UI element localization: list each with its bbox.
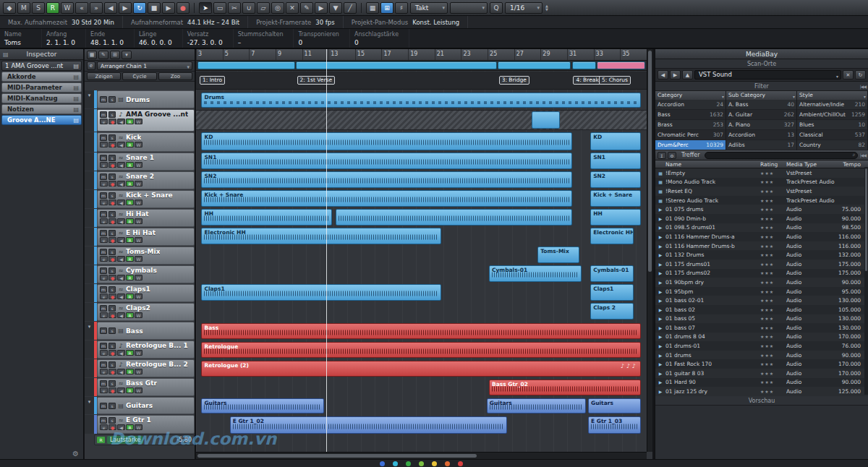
audio-clip[interactable]: Claps1 (201, 284, 441, 301)
track-list-toolbar-icon[interactable]: ✎ (98, 51, 109, 59)
toolbar-button[interactable]: ● (176, 2, 190, 14)
result-row[interactable]: ▦ !Empty ★★★ VstPreset (655, 168, 868, 178)
audio-clip[interactable]: Bass (201, 323, 640, 339)
track-write-button[interactable]: W (135, 162, 142, 168)
location-nav-button[interactable]: ▲ (682, 70, 693, 80)
track-read-button[interactable]: R (126, 237, 134, 243)
track-row[interactable]: m s ≈ Cymbals e ● ◀ R W (85, 265, 195, 283)
filter-item[interactable]: Blues 10 (797, 120, 867, 130)
track-monitor-button[interactable]: ◀ (117, 237, 125, 243)
track-row[interactable]: ▾ m s ▤ Bass e ● ◀ R W (85, 322, 195, 340)
snap-button[interactable]: ⊞ (380, 2, 393, 14)
track-write-button[interactable]: W (135, 142, 142, 147)
track-read-button[interactable]: R (126, 142, 134, 147)
column-header-name[interactable]: Name (655, 160, 760, 168)
horizontal-scrollbar[interactable] (196, 452, 647, 459)
result-rating[interactable]: ★★★ (760, 325, 786, 330)
toolbar-button[interactable]: W (61, 2, 74, 14)
track-write-button[interactable]: W (135, 256, 142, 262)
filter-item[interactable]: Accordion 13 (726, 130, 796, 140)
result-play-icon[interactable]: ▶ (655, 307, 665, 312)
dock-icon[interactable] (445, 461, 450, 466)
results-scrollbar[interactable] (864, 167, 868, 395)
track-record-button[interactable]: ● (109, 424, 116, 430)
track-mute-button[interactable]: m (100, 96, 107, 103)
panel-icon[interactable]: ▤ (73, 72, 79, 82)
result-rating[interactable]: ★★★ (760, 171, 786, 176)
track-read-button[interactable]: R (126, 218, 134, 224)
track-solo-button[interactable]: s (109, 96, 116, 103)
track-mute-button[interactable]: m (100, 327, 107, 334)
results-toolbar-icon[interactable]: Σ (658, 152, 666, 159)
result-rating[interactable]: ★★★ (760, 353, 786, 358)
info-field[interactable]: Versatz -27. 3. 0. 0 (183, 29, 234, 48)
quantize-pattern-select[interactable] (450, 2, 488, 14)
track-mute-button[interactable]: m (100, 380, 107, 387)
track-row[interactable]: m s ≈ Toms-Mix e ● ◀ R W (85, 247, 195, 265)
filter-item[interactable]: A. Guitar 262 (726, 110, 796, 120)
track-expand-chevron[interactable] (85, 378, 94, 396)
result-rating[interactable]: ★★★ (760, 298, 786, 303)
track-monitor-button[interactable]: ◀ (117, 162, 125, 168)
track-record-button[interactable]: ● (109, 181, 116, 187)
result-play-icon[interactable]: ▶ (655, 289, 665, 294)
track-solo-button[interactable]: s (109, 343, 116, 349)
track-mute-button[interactable]: m (100, 111, 107, 118)
filter-column-header[interactable]: Sub Category (726, 91, 796, 100)
result-rating[interactable]: ★★★ (760, 262, 786, 267)
track-monitor-button[interactable]: ◀ (117, 181, 125, 187)
track-mute-button[interactable]: m (100, 343, 107, 349)
gear-icon[interactable]: ⚙ (72, 450, 79, 458)
info-field-value[interactable]: 0 (354, 39, 399, 46)
result-row[interactable]: ▶ 01 075 drums ★★★ Audio 75.000 (655, 205, 868, 214)
audio-clip[interactable]: Retrologue (2) (201, 361, 640, 377)
track-mute-button[interactable]: m (100, 173, 107, 180)
result-rating[interactable]: ★★★ (760, 361, 786, 367)
audio-clip[interactable]: SN2 (201, 171, 571, 188)
result-play-icon[interactable]: ▶ (655, 380, 665, 385)
track-edit-button[interactable]: e (100, 142, 108, 147)
result-play-icon[interactable]: ▶ (655, 343, 665, 348)
result-rating[interactable]: ★★★ (760, 316, 786, 321)
track-read-button[interactable]: R (126, 275, 134, 280)
track-expand-chevron[interactable] (85, 132, 94, 152)
info-field-value[interactable]: 48. 1. 1. 0 (90, 39, 124, 46)
track-monitor-button[interactable]: ◀ (117, 387, 125, 393)
result-play-icon[interactable]: ▶ (655, 334, 665, 339)
collapse-icon[interactable]: |◀◀ (860, 153, 866, 158)
result-play-icon[interactable]: ▶ (655, 270, 665, 275)
inspector-section[interactable]: Akkorde ▤ (1, 72, 82, 82)
track-edit-button[interactable]: e (100, 237, 108, 243)
result-row[interactable]: ▦ !Mono Audio Track ★★★ TrackPreset Audi… (655, 178, 868, 187)
audio-clip[interactable]: Guitars (201, 398, 323, 414)
audio-clip[interactable]: Guitars (588, 398, 641, 414)
inspector-section[interactable]: Groove A...NE ▤ (1, 115, 82, 125)
filter-item[interactable]: A. Piano 327 (726, 120, 796, 130)
track-row[interactable]: m s ≈ Claps2 e ● ◀ R W (85, 303, 195, 321)
info-field[interactable]: Anfang 2. 1. 1. 0 (42, 29, 86, 48)
track-read-button[interactable]: R (126, 369, 134, 374)
edit-tool-button[interactable]: ▶ (315, 2, 328, 14)
info-field[interactable]: Name Toms (0, 29, 42, 48)
result-rating[interactable]: ★★★ (760, 270, 786, 275)
result-play-icon[interactable]: ▶ (655, 225, 665, 230)
result-play-icon[interactable]: ▶ (655, 244, 665, 249)
edit-tool-button[interactable]: ∪ (242, 2, 255, 14)
panel-icon[interactable]: ▤ (73, 116, 79, 125)
automation-lane-row[interactable]: R Lautstärke -5.80 (94, 434, 195, 445)
snap-button[interactable]: ▦ (366, 2, 379, 14)
track-row[interactable]: m s ≈ E Hi Hat e ● ◀ R W (85, 228, 195, 246)
track-mute-button[interactable]: m (100, 192, 107, 199)
result-row[interactable]: ▦ !Reset EQ ★★★ VstPreset (655, 187, 868, 196)
arranger-segment[interactable] (572, 61, 595, 69)
track-monitor-button[interactable]: ◀ (117, 200, 125, 205)
track-record-button[interactable]: ● (109, 218, 116, 224)
panel-icon[interactable]: ▤ (73, 105, 79, 114)
track-edit-button[interactable]: e (100, 162, 108, 168)
result-rating[interactable]: ★★★ (760, 307, 786, 312)
track-read-button[interactable]: R (126, 294, 134, 299)
filter-item[interactable]: Adlibs 17 (726, 140, 796, 150)
location-select[interactable]: VST Sound (694, 70, 841, 80)
toolbar-button[interactable]: S (32, 2, 45, 14)
inspector-section[interactable]: MIDI-Kanalzug ▤ (1, 93, 82, 103)
